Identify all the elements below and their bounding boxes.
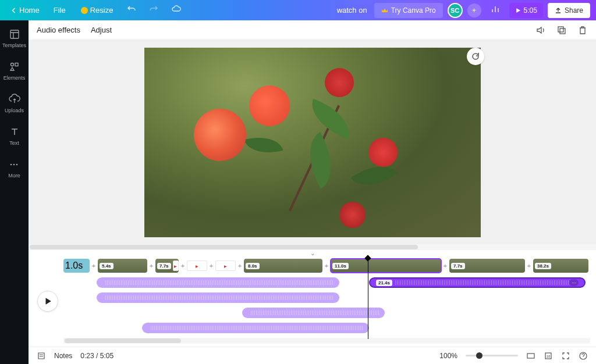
timeline: 1.0s+5.4s+7.7s▶+▶+▶+8.0s+11.0s+7.7s+38.2… xyxy=(29,256,596,347)
page-count-icon[interactable]: 18 xyxy=(544,351,553,361)
duplicate-icon[interactable] xyxy=(556,25,567,35)
present-button[interactable]: 5:05 xyxy=(509,3,543,18)
volume-icon[interactable] xyxy=(535,25,546,35)
timeline-scrollbar[interactable] xyxy=(63,338,590,344)
templates-icon xyxy=(9,28,20,40)
undo-button[interactable] xyxy=(122,2,141,18)
fullscreen-icon[interactable] xyxy=(561,351,570,361)
sidebar-label: Text xyxy=(9,140,19,146)
horizontal-scrollbar[interactable] xyxy=(29,244,596,250)
add-member-button[interactable]: + xyxy=(467,3,481,17)
video-clip[interactable]: 11.0s xyxy=(331,259,441,273)
clip-duration: 38.2s xyxy=(535,263,551,269)
clip-more-button[interactable]: ⋯ xyxy=(569,279,579,286)
canvas-area[interactable] xyxy=(29,40,596,244)
add-clip-button[interactable]: + xyxy=(237,262,243,269)
cloud-sync-button[interactable] xyxy=(166,2,186,19)
play-icon xyxy=(515,8,521,13)
clip-duration: 21.4s xyxy=(376,280,392,286)
audio-track-3[interactable] xyxy=(63,308,590,319)
file-menu[interactable]: File xyxy=(48,3,72,17)
add-clip-button[interactable]: + xyxy=(91,262,97,269)
home-button[interactable]: Home xyxy=(6,3,44,17)
help-icon[interactable] xyxy=(579,351,588,361)
zoom-slider[interactable] xyxy=(466,355,518,356)
elements-icon xyxy=(9,61,20,73)
sidebar-label: More xyxy=(8,173,20,179)
svg-rect-7 xyxy=(560,28,565,34)
audio-clip[interactable] xyxy=(97,292,339,303)
add-clip-button[interactable]: + xyxy=(180,262,186,269)
svg-text:18: 18 xyxy=(547,355,551,358)
audio-track-2[interactable] xyxy=(63,292,590,304)
audio-clip[interactable]: 21.4s⋯ xyxy=(369,277,586,288)
audio-clip[interactable] xyxy=(242,308,385,318)
chart-icon xyxy=(491,5,500,14)
duration-label: 5:05 xyxy=(524,6,537,15)
notes-button[interactable]: Notes xyxy=(54,352,72,360)
audio-effects-button[interactable]: Audio effects xyxy=(37,26,80,34)
svg-rect-2 xyxy=(15,63,18,66)
audio-track-1[interactable]: 21.4s⋯ xyxy=(63,277,590,289)
document-title[interactable]: watch on xyxy=(337,6,367,15)
sidebar-item-more[interactable]: More xyxy=(7,158,22,180)
clip-duration: 7.7s xyxy=(451,263,465,269)
try-pro-button[interactable]: Try Canva Pro xyxy=(374,3,443,18)
left-sidebar: Templates Elements Uploads Text More xyxy=(0,20,29,364)
sidebar-label: Elements xyxy=(3,75,26,81)
svg-point-4 xyxy=(13,164,15,166)
clip-duration: 11.0s xyxy=(332,263,349,269)
video-clip[interactable]: 5.4s xyxy=(98,259,147,273)
redo-button[interactable] xyxy=(144,2,163,18)
add-clip-button[interactable]: + xyxy=(442,262,448,269)
uploads-icon xyxy=(9,94,20,105)
insights-button[interactable] xyxy=(486,2,505,18)
grid-view-icon[interactable] xyxy=(526,351,535,361)
add-clip-button[interactable]: + xyxy=(148,262,154,269)
resize-label: Resize xyxy=(90,6,113,15)
video-clip[interactable]: 1.0s xyxy=(63,259,90,273)
audio-clip[interactable] xyxy=(97,277,339,288)
add-clip-button[interactable]: + xyxy=(324,262,329,269)
resize-button[interactable]: Resize xyxy=(75,3,119,17)
undo-icon xyxy=(127,5,136,14)
video-clip[interactable]: 38.2s xyxy=(533,259,588,273)
adjust-button[interactable]: Adjust xyxy=(91,26,112,34)
video-preview[interactable] xyxy=(144,48,481,237)
sidebar-item-uploads[interactable]: Uploads xyxy=(3,92,25,115)
refresh-icon xyxy=(471,52,480,61)
video-clip[interactable]: 7.7s xyxy=(449,259,525,273)
video-clip[interactable]: ▶ xyxy=(187,260,207,271)
sidebar-label: Uploads xyxy=(5,108,24,113)
add-clip-button[interactable]: + xyxy=(208,262,214,269)
trash-icon[interactable] xyxy=(577,25,588,35)
svg-rect-0 xyxy=(10,30,19,38)
refresh-button[interactable] xyxy=(467,48,484,65)
text-icon xyxy=(9,126,20,138)
context-toolbar: Audio effects Adjust xyxy=(29,20,596,40)
share-button[interactable]: Share xyxy=(548,3,590,18)
playback-time: 0:23 / 5:05 xyxy=(80,352,113,360)
play-button[interactable] xyxy=(37,291,58,312)
cloud-icon xyxy=(171,4,182,15)
home-label: Home xyxy=(19,6,40,15)
video-track[interactable]: 1.0s+5.4s+7.7s▶+▶+▶+8.0s+11.0s+7.7s+38.2… xyxy=(63,259,590,273)
notes-icon[interactable] xyxy=(37,351,46,361)
play-icon xyxy=(44,297,52,305)
sidebar-item-text[interactable]: Text xyxy=(8,125,22,147)
svg-rect-6 xyxy=(558,27,563,32)
add-clip-button[interactable]: + xyxy=(526,262,532,269)
crown-icon xyxy=(381,7,388,14)
audio-clip[interactable] xyxy=(142,323,369,333)
video-clip[interactable]: 8.0s xyxy=(244,259,322,273)
sidebar-item-elements[interactable]: Elements xyxy=(2,60,27,82)
sidebar-item-templates[interactable]: Templates xyxy=(1,27,27,49)
collapse-timeline-button[interactable]: ⌄ xyxy=(310,250,315,256)
video-clip[interactable]: ▶ xyxy=(215,260,236,271)
try-pro-label: Try Canva Pro xyxy=(391,6,436,15)
playhead[interactable] xyxy=(368,256,370,339)
share-label: Share xyxy=(565,6,583,15)
video-clip[interactable]: 7.7s▶ xyxy=(155,259,179,273)
audio-track-4[interactable] xyxy=(63,323,590,334)
avatar[interactable]: SC xyxy=(448,3,463,18)
